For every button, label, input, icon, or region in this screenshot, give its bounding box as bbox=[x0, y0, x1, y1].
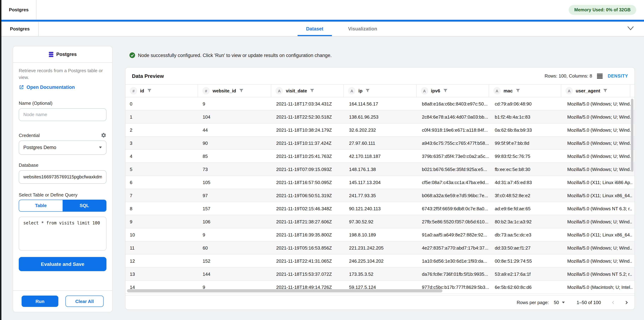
table-cell: 104 bbox=[198, 114, 272, 120]
node-name-input[interactable] bbox=[19, 108, 106, 121]
name-field-label: Name (Optional) bbox=[19, 100, 106, 106]
table-cell: db:73:aa:5c:dc:e3 bbox=[490, 232, 563, 237]
table-cell: 9 bbox=[198, 284, 272, 290]
node-description: Retrieve records from a Postgres table o… bbox=[19, 68, 106, 81]
column-header-visit_date[interactable]: Avisit_date bbox=[272, 85, 344, 97]
filter-icon[interactable] bbox=[443, 89, 448, 93]
table-row: 1092021-11-18T16:39:35.800Z198.8.10.1899… bbox=[126, 228, 634, 241]
accent-bar bbox=[0, 20, 644, 22]
table-cell: b021:b676:565e:35fd:925a:e5... bbox=[418, 167, 490, 172]
table-row: 11602021-11-19T05:16:53.856Z221.231.242.… bbox=[126, 241, 634, 254]
table-cell: Mozilla/5.0 (Windows; U; Wind... bbox=[563, 140, 632, 146]
tab-dataset[interactable]: Dataset bbox=[302, 22, 327, 36]
table-cell: 4d:31:a7:45:ed:83 bbox=[490, 180, 563, 185]
column-header-ipv6[interactable]: Aipv6 bbox=[416, 85, 489, 97]
table-cell: 241.77.93.35 bbox=[345, 193, 418, 198]
density-icon[interactable] bbox=[597, 74, 603, 78]
previous-page-button[interactable]: ‹ bbox=[612, 299, 614, 306]
table-cell: 9 bbox=[126, 219, 198, 224]
next-page-button[interactable]: › bbox=[625, 299, 628, 306]
chevron-down-icon[interactable] bbox=[627, 26, 634, 31]
credential-label: Credential bbox=[19, 133, 40, 138]
table-row: 121522021-11-18T22:41:31.065Z246.225.104… bbox=[126, 254, 634, 268]
vertical-scrollbar[interactable] bbox=[631, 99, 634, 172]
table-cell: Mozilla/5.0 (Windows NT 6.3; r... bbox=[563, 206, 632, 211]
rows-per-page-select[interactable]: 50 bbox=[554, 300, 564, 305]
filter-icon[interactable] bbox=[239, 89, 244, 93]
table-cell: 2021-11-18T10:25:41.763Z bbox=[272, 153, 345, 159]
table-cell: Mozilla/5.0 (Macintosh; U; Intel... bbox=[563, 284, 632, 290]
column-name: visit_date bbox=[286, 88, 307, 94]
toggle-table-label: Table bbox=[35, 203, 47, 208]
table-cell: 42.170.118.187 bbox=[345, 153, 418, 159]
filter-icon[interactable] bbox=[603, 89, 608, 93]
run-button[interactable]: Run bbox=[22, 295, 58, 307]
tab-visualization[interactable]: Visualization bbox=[345, 22, 381, 36]
table-cell: 138.61.96.253 bbox=[345, 114, 418, 120]
window-left-edge bbox=[0, 0, 2, 320]
clear-all-button[interactable]: Clear All bbox=[66, 295, 104, 307]
column-header-mac[interactable]: Amac bbox=[489, 85, 561, 97]
table-cell: 11 bbox=[126, 245, 198, 250]
column-header-ip[interactable]: Aip bbox=[344, 85, 416, 97]
table-cell: Mozilla/5.0 (Windows; U; Wind... bbox=[563, 245, 632, 250]
density-button[interactable]: DENSITY bbox=[608, 74, 628, 78]
column-type-icon: A bbox=[566, 87, 573, 95]
column-name: mac bbox=[504, 88, 512, 94]
node-tab-postgres[interactable]: Postgres bbox=[2, 22, 38, 36]
table-cell: 6 bbox=[126, 180, 198, 185]
table-cell: 1a10:6d56:1e30:6d1e:1f93:da... bbox=[418, 258, 490, 263]
toggle-sql[interactable]: SQL bbox=[62, 200, 106, 211]
table-cell: Mozilla/5.0 (X11; Linux i686 Ap... bbox=[563, 180, 632, 185]
table-cell: Mozilla/5.0 (Windows; U; Wind... bbox=[563, 219, 632, 224]
window-tab-postgres[interactable]: Postgres bbox=[2, 0, 36, 20]
gear-icon[interactable] bbox=[101, 132, 106, 138]
table-cell: 148.176.1.38 bbox=[345, 167, 418, 172]
column-header-id[interactable]: #id bbox=[126, 85, 198, 97]
table-cell: Mozilla/5.0 (X11; Linux x86_64... bbox=[563, 232, 632, 237]
memory-badge: Memory Used: 0% of 32GB bbox=[569, 5, 636, 15]
evaluate-and-save-button[interactable]: Evaluate and Save bbox=[19, 257, 106, 271]
database-label: Database bbox=[19, 162, 106, 168]
table-row: 7972021-11-19T06:50:51.319Z241.77.93.35b… bbox=[126, 189, 634, 202]
filter-icon[interactable] bbox=[147, 89, 152, 93]
column-header-website_id[interactable]: #website_id bbox=[198, 85, 271, 97]
table-cell: 2021-11-19T02:15:46.348Z bbox=[272, 206, 345, 211]
table-cell: Mozilla/5.0 (Windows; U; Wind... bbox=[563, 167, 632, 172]
table-cell: 3f:c0:48:52:8e:e2 bbox=[490, 193, 563, 198]
database-input[interactable] bbox=[19, 170, 106, 184]
table-cell: 90 bbox=[198, 140, 272, 146]
column-header-user_agent[interactable]: Auser_agent bbox=[561, 85, 630, 97]
table-cell: b068:a32a:6e59:e7d5:96bc:7e... bbox=[418, 193, 490, 198]
table-cell: 97.30.52.92 bbox=[345, 219, 418, 224]
table-sql-toggle: Table SQL bbox=[19, 199, 106, 211]
rows-per-page-label: Rows per page: bbox=[517, 300, 549, 305]
filter-icon[interactable] bbox=[516, 89, 520, 93]
table-cell: 2021-11-19T10:11:37.424Z bbox=[272, 140, 345, 146]
table-cell: da76:fc8e:736f:01fb:5f1b:9935... bbox=[418, 271, 490, 277]
table-cell: 977d:c5bc:b17b:777f:8629:5b3... bbox=[418, 284, 490, 290]
table-cell: 44 bbox=[198, 127, 272, 133]
panel-header: Postgres bbox=[13, 46, 112, 63]
column-type-icon: A bbox=[276, 87, 283, 95]
filter-icon[interactable] bbox=[310, 89, 314, 93]
open-documentation-link[interactable]: Open Documentation bbox=[19, 84, 106, 90]
table-cell: c0f4:9318:19e6:e671:a118:84f... bbox=[418, 127, 490, 133]
table-cell: 0a:62:6b:8a:b9:33 bbox=[490, 127, 563, 133]
rows-columns-meta: Rows: 100, Columns: 8 bbox=[544, 73, 592, 79]
horizontal-scrollbar[interactable] bbox=[127, 289, 442, 292]
toggle-table[interactable]: Table bbox=[19, 200, 62, 211]
filter-icon[interactable] bbox=[365, 89, 370, 93]
column-header-overflow bbox=[630, 85, 634, 97]
sql-query-textarea[interactable]: select * from visits limit 100 bbox=[19, 216, 106, 250]
table-row: 81572021-11-19T02:15:46.348Z90.121.240.1… bbox=[126, 202, 634, 215]
external-link-icon bbox=[19, 84, 24, 90]
column-name: user_agent bbox=[576, 88, 600, 94]
credential-select[interactable]: Postgres Demo bbox=[19, 140, 106, 155]
table-cell: b8a8:e16a:c6bc:8403:e97c:50... bbox=[418, 101, 490, 106]
credential-row: Credential bbox=[19, 132, 106, 138]
table-cell: 10 bbox=[126, 232, 198, 237]
column-name: ip bbox=[358, 88, 362, 94]
rows-per-page-value: 50 bbox=[554, 300, 559, 305]
table-cell: Mozilla/5.0 (Windows; U; Wind... bbox=[563, 127, 632, 133]
